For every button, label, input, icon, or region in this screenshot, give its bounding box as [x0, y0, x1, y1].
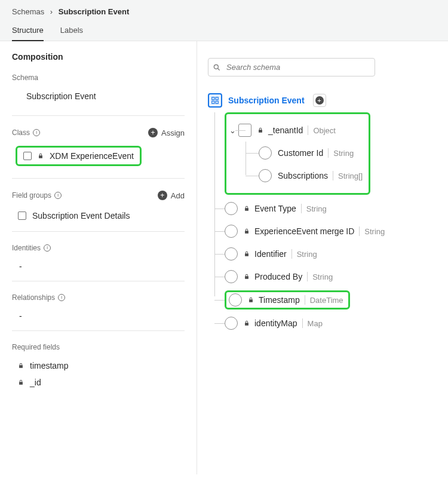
breadcrumb: Schemas › Subscription Event [0, 0, 448, 21]
lock-icon [18, 379, 24, 385]
field-type: String [312, 272, 333, 281]
lock-icon [244, 206, 250, 212]
fieldgroup-name[interactable]: Subscription Event Details [32, 211, 130, 220]
info-icon[interactable]: i [54, 192, 62, 199]
field-label[interactable]: Event Type [254, 204, 296, 213]
lock-icon [38, 153, 44, 159]
schema-root-icon[interactable] [208, 93, 222, 108]
required-field-row: timestamp [12, 357, 185, 374]
lock-icon [257, 127, 263, 133]
breadcrumb-parent[interactable]: Schemas [12, 7, 44, 16]
search-icon [213, 63, 221, 72]
field-label[interactable]: Subscriptions [278, 171, 328, 180]
required-field-name: _id [30, 378, 41, 387]
object-field-icon[interactable] [238, 124, 251, 137]
field-icon[interactable] [225, 317, 238, 330]
type-separator [305, 295, 305, 305]
svg-rect-2 [212, 97, 214, 100]
schema-name[interactable]: Subscription Event [12, 88, 185, 109]
field-icon[interactable] [259, 169, 272, 182]
relationships-label: Relationships [12, 293, 55, 302]
info-icon[interactable]: i [33, 129, 40, 136]
svg-rect-4 [212, 101, 214, 103]
search-input[interactable] [208, 58, 375, 76]
field-icon[interactable] [229, 293, 242, 307]
class-name[interactable]: XDM ExperienceEvent [50, 151, 134, 161]
info-icon[interactable]: i [58, 294, 65, 301]
field-label[interactable]: Customer Id [278, 148, 323, 158]
tab-structure[interactable]: Structure [12, 21, 44, 41]
svg-point-0 [214, 65, 218, 69]
field-type: DateTime [310, 296, 343, 305]
breadcrumb-current: Subscription Event [59, 7, 129, 16]
tree-connector [246, 176, 259, 176]
field-icon[interactable] [259, 146, 272, 160]
assign-class-button[interactable]: + Assign [148, 128, 185, 137]
field-label[interactable]: Timestamp [259, 295, 300, 305]
tree-connector [246, 153, 259, 154]
info-icon[interactable]: i [44, 244, 51, 252]
tab-labels[interactable]: Labels [60, 21, 83, 41]
type-separator [302, 318, 303, 328]
field-icon[interactable] [225, 225, 238, 238]
svg-line-1 [218, 68, 220, 70]
type-separator [307, 272, 308, 281]
schema-canvas: Subscription Event + ⌄ _tena [197, 41, 448, 474]
add-fieldgroup-button[interactable]: + Add [158, 191, 185, 200]
field-label[interactable]: Produced By [254, 272, 302, 281]
field-type: Map [308, 319, 323, 328]
type-separator [308, 125, 308, 135]
lock-icon [248, 297, 254, 303]
divider [12, 115, 185, 116]
divider [12, 281, 185, 281]
identities-label: Identities [12, 244, 41, 252]
divider [12, 330, 185, 331]
field-label[interactable]: identityMap [254, 318, 297, 328]
class-item-highlight: XDM ExperienceEvent [16, 146, 142, 166]
field-label[interactable]: Identifier [254, 249, 287, 259]
divider [12, 178, 185, 179]
field-icon[interactable] [225, 270, 238, 283]
plus-icon: + [158, 191, 167, 200]
field-type: String [306, 204, 327, 213]
svg-rect-3 [216, 97, 218, 100]
tenant-highlight: ⌄ _tenantId Object [225, 112, 370, 195]
field-type: String [297, 250, 317, 259]
lock-icon [244, 251, 250, 257]
breadcrumb-sep: › [50, 7, 53, 16]
timestamp-highlight: Timestamp DateTime [225, 290, 350, 310]
type-separator [359, 226, 360, 236]
type-separator [291, 249, 292, 259]
required-field-row: _id [12, 374, 185, 391]
type-separator [301, 204, 302, 213]
plus-icon: + [315, 96, 324, 105]
lock-icon [244, 228, 250, 234]
field-label[interactable]: _tenantId [268, 125, 303, 135]
field-type: String[] [338, 171, 363, 180]
fieldgroups-label: Field groups [12, 191, 51, 200]
svg-rect-5 [216, 101, 218, 103]
plus-icon: + [148, 128, 158, 137]
class-label: Class [12, 128, 30, 137]
schema-root-label[interactable]: Subscription Event [228, 96, 305, 105]
field-icon[interactable] [225, 202, 238, 215]
class-type-icon [23, 152, 32, 160]
required-fields-label: Required fields [12, 343, 60, 351]
field-type: String [364, 227, 385, 236]
composition-panel: Composition Schema Subscription Event Cl… [0, 41, 197, 474]
field-icon[interactable] [225, 247, 238, 261]
field-label[interactable]: ExperienceEvent merge ID [254, 226, 354, 236]
chevron-down-icon[interactable]: ⌄ [229, 126, 236, 135]
lock-icon [244, 320, 250, 326]
identities-value: - [12, 258, 185, 275]
add-field-button[interactable]: + [313, 94, 326, 107]
relationships-value: - [12, 308, 185, 324]
required-field-name: timestamp [30, 361, 69, 370]
divider [12, 231, 185, 232]
type-separator [328, 148, 329, 158]
tabs: Structure Labels [0, 21, 448, 41]
lock-icon [244, 274, 250, 280]
fieldgroup-type-icon [18, 212, 26, 220]
field-type: String [333, 149, 354, 158]
field-type: Object [313, 126, 336, 135]
